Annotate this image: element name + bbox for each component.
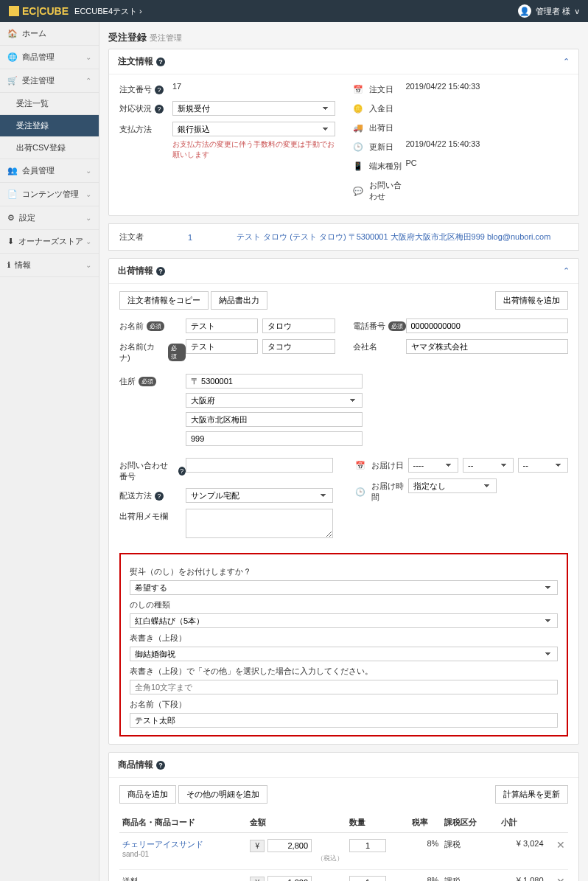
panel-order-info: 注文情報? ⌃ 注文番号?17 対応状況?新規受付 支払方法銀行振込お支払方法の… — [108, 49, 579, 216]
collapse-toggle[interactable]: ⌃ — [563, 57, 570, 66]
user-menu[interactable]: 👤 管理者 様 v — [518, 4, 579, 18]
noshi-lower-label: お名前（下段） — [130, 699, 558, 710]
kana-sei-input[interactable] — [186, 339, 258, 354]
qty-input[interactable] — [349, 839, 386, 852]
noshi-question-label: 熨斗（のし）をお付けしますか？ — [130, 566, 558, 577]
panel-products: 商品情報? 商品を追加 その他の明細を追加 計算結果を更新 商品名・商品コード … — [108, 752, 579, 881]
order-date: 2019/04/22 15:40:33 — [406, 82, 569, 91]
nav-csv[interactable]: 出荷CSV登録 — [0, 137, 99, 159]
nav-owner[interactable]: ⬇ オーナーズストア⌄ — [0, 230, 99, 254]
company-input[interactable] — [406, 339, 569, 354]
nav-info[interactable]: ℹ 情報⌄ — [0, 254, 99, 277]
tracking-input[interactable] — [186, 458, 333, 473]
yen-icon: 🪙 — [353, 104, 363, 114]
status-select[interactable]: 新規受付 — [172, 101, 335, 116]
nav-content[interactable]: 📄 コンテンツ管理⌄ — [0, 183, 99, 206]
deliv-month-select[interactable]: -- — [463, 458, 514, 473]
noshi-section: 熨斗（のし）をお付けしますか？ 希望する のしの種類 紅白蝶結び（5本） 表書き… — [119, 553, 568, 737]
kana-mei-input[interactable] — [262, 339, 335, 354]
delete-row-button[interactable]: ✕ — [556, 876, 565, 881]
delivery-slip-button[interactable]: 納品書出力 — [211, 291, 267, 310]
addr2-input[interactable] — [186, 431, 363, 446]
page-title: 受注登録受注管理 — [108, 31, 579, 44]
table-row: 送料¥（税込）8%課税¥ 1,080✕ — [119, 870, 568, 882]
chevron-down-icon: ⌄ — [85, 190, 91, 198]
topbar: EC|CUBE ECCUBE4テスト › 👤 管理者 様 v — [0, 0, 588, 22]
sidebar: 🏠 ホーム 🌐 商品管理⌄ 🛒 受注管理⌃ 受注一覧 受注登録 出荷CSV登録 … — [0, 22, 99, 881]
help-icon[interactable]: ? — [155, 105, 164, 114]
add-other-item-button[interactable]: その他の明細を追加 — [178, 785, 267, 804]
purchaser-detail-link[interactable]: テスト タロウ (テスト タロウ) 〒5300001 大阪府大阪市北区梅田999… — [237, 231, 550, 243]
nav-home[interactable]: 🏠 ホーム — [0, 22, 99, 46]
payment-select[interactable]: 銀行振込 — [172, 122, 335, 136]
product-name[interactable]: チェリーアイスサンド — [122, 840, 203, 849]
pref-select[interactable]: 大阪府 — [186, 393, 363, 408]
device-icon: 📱 — [353, 161, 363, 171]
help-icon[interactable]: ? — [156, 58, 165, 66]
zip-input[interactable] — [186, 374, 363, 389]
help-icon[interactable]: ? — [156, 761, 165, 770]
nav-setting[interactable]: ⚙ 設定⌄ — [0, 206, 99, 230]
tel-input[interactable] — [406, 318, 569, 333]
chevron-down-icon: ⌄ — [85, 167, 91, 175]
deliv-time-select[interactable]: 指定なし — [408, 478, 497, 493]
products-table: 商品名・商品コード 金額 数量 税率 課税区分 小計 チェリーアイスサンドsan… — [119, 812, 568, 881]
price-input[interactable] — [267, 876, 312, 881]
subtotal: ¥ 3,024 — [498, 833, 547, 870]
noshi-want-select[interactable]: 希望する — [130, 580, 558, 595]
tax-type: 課税 — [441, 833, 497, 870]
help-icon[interactable]: ? — [155, 86, 164, 94]
clock-icon: 🕒 — [355, 487, 365, 497]
calendar-icon: 📅 — [353, 85, 363, 94]
help-icon[interactable]: ? — [178, 467, 186, 476]
nav-member[interactable]: 👥 会員管理⌄ — [0, 159, 99, 183]
deliv-year-select[interactable]: ---- — [408, 458, 459, 473]
delivery-method-select[interactable]: サンプル宅配 — [186, 488, 333, 503]
collapse-toggle[interactable]: ⌃ — [563, 266, 570, 276]
tax-rate: 8% — [409, 870, 441, 882]
sei-input[interactable] — [186, 318, 258, 333]
mei-input[interactable] — [262, 318, 335, 333]
chevron-down-icon: ⌄ — [85, 237, 91, 246]
update-date: 2019/04/22 15:40:33 — [406, 139, 569, 148]
chevron-down-icon: ⌄ — [85, 214, 91, 222]
calendar-icon: 📅 — [355, 461, 365, 470]
breadcrumb[interactable]: ECCUBE4テスト › — [74, 6, 142, 17]
nav-product[interactable]: 🌐 商品管理⌄ — [0, 46, 99, 69]
panel-ship-info: 出荷情報? ⌃ 注文者情報をコピー 納品書出力 出荷情報を追加 お名前 必須 お… — [108, 258, 579, 745]
deliv-day-select[interactable]: -- — [518, 458, 569, 473]
copy-orderer-button[interactable]: 注文者情報をコピー — [119, 291, 209, 310]
ship-memo-textarea[interactable] — [186, 509, 333, 538]
noshi-upper-label: 表書き（上段） — [130, 633, 558, 644]
add-shipping-button[interactable]: 出荷情報を追加 — [495, 291, 568, 310]
delete-row-button[interactable]: ✕ — [556, 839, 565, 851]
help-icon[interactable]: ? — [155, 492, 164, 501]
help-icon[interactable]: ? — [156, 267, 165, 276]
tax-type: 課税 — [441, 870, 497, 882]
purchaser-row: 注文者 1 テスト タロウ (テスト タロウ) 〒5300001 大阪府大阪市北… — [108, 223, 579, 251]
clock-icon: 🕒 — [353, 142, 363, 152]
price-input[interactable] — [267, 839, 312, 852]
purchaser-id-link[interactable]: 1 — [188, 233, 192, 242]
qty-input[interactable] — [349, 876, 386, 881]
addr1-input[interactable] — [186, 412, 363, 427]
subtotal: ¥ 1,080 — [498, 870, 547, 882]
noshi-kind-select[interactable]: 紅白蝶結び（5本） — [130, 613, 558, 628]
chevron-down-icon: ⌄ — [85, 261, 91, 269]
product-name: 送料 — [122, 877, 139, 881]
chevron-down-icon: ⌄ — [85, 53, 91, 61]
noshi-lower-input[interactable] — [130, 713, 558, 728]
recalc-button[interactable]: 計算結果を更新 — [495, 785, 568, 804]
cube-icon — [9, 6, 19, 16]
chevron-right-icon: › — [139, 7, 142, 15]
logo[interactable]: EC|CUBE — [9, 5, 69, 17]
chevron-down-icon: v — [575, 7, 580, 15]
noshi-upper-other-input[interactable] — [130, 680, 558, 694]
table-row: チェリーアイスサンドsand-01¥（税込）8%課税¥ 3,024✕ — [119, 833, 568, 870]
yen-label: ¥ — [250, 840, 265, 852]
add-product-button[interactable]: 商品を追加 — [119, 785, 176, 804]
nav-order-list[interactable]: 受注一覧 — [0, 93, 99, 115]
nav-order[interactable]: 🛒 受注管理⌃ — [0, 69, 99, 93]
nav-order-register[interactable]: 受注登録 — [0, 115, 99, 137]
noshi-upper-select[interactable]: 御結婚御祝 — [130, 647, 558, 661]
